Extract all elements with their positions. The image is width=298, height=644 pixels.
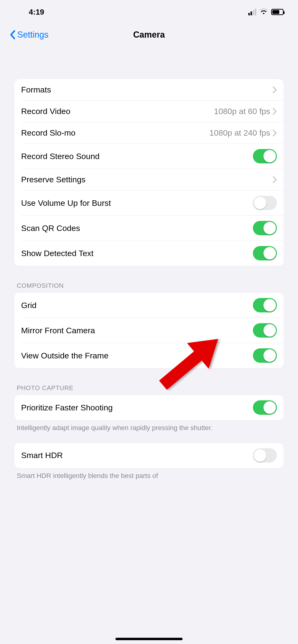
row-show-detected-text-label: Show Detected Text: [21, 249, 253, 258]
row-record-video-label: Record Video: [21, 106, 214, 116]
toggle-scan-qr[interactable]: [253, 221, 277, 235]
footer-smart-hdr: Smart HDR intelligently blends the best …: [14, 468, 284, 480]
row-view-outside-frame-label: View Outside the Frame: [21, 351, 253, 360]
row-record-video-detail: 1080p at 60 fps: [214, 106, 270, 116]
row-faster-shooting-label: Prioritize Faster Shooting: [21, 403, 253, 412]
row-grid-label: Grid: [21, 301, 253, 310]
row-scan-qr: Scan QR Codes: [21, 216, 284, 241]
toggle-smart-hdr[interactable]: [253, 448, 277, 463]
home-indicator: [115, 638, 183, 640]
back-button[interactable]: Settings: [10, 30, 49, 40]
settings-group-smart-hdr: Smart HDR: [14, 443, 284, 468]
chevron-right-icon: [272, 176, 277, 183]
footer-faster-shooting: Intelligently adapt image quality when r…: [14, 420, 284, 432]
navigation-bar: Settings Camera: [0, 24, 298, 46]
row-mirror-front: Mirror Front Camera: [21, 318, 284, 343]
row-smart-hdr: Smart HDR: [21, 443, 284, 468]
row-preserve-settings-label: Preserve Settings: [21, 175, 272, 184]
chevron-left-icon: [10, 30, 16, 40]
wifi-icon: [260, 8, 268, 16]
row-volume-burst-label: Use Volume Up for Burst: [21, 198, 253, 208]
row-record-slomo-label: Record Slo-mo: [21, 128, 209, 138]
row-record-slomo-detail: 1080p at 240 fps: [209, 128, 270, 138]
row-stereo-sound: Record Stereo Sound: [21, 144, 284, 169]
toggle-show-detected-text[interactable]: [253, 246, 277, 260]
chevron-right-icon: [272, 108, 277, 115]
row-record-slomo[interactable]: Record Slo-mo 1080p at 240 fps: [21, 122, 284, 144]
battery-icon: [271, 9, 284, 15]
row-view-outside-frame: View Outside the Frame: [21, 343, 284, 368]
group-header-photo-capture: PHOTO CAPTURE: [14, 384, 284, 395]
chevron-right-icon: [272, 130, 277, 136]
toggle-stereo-sound[interactable]: [253, 149, 277, 164]
cellular-icon: [248, 8, 256, 15]
status-bar: 4:19: [0, 0, 298, 24]
row-formats[interactable]: Formats: [21, 79, 284, 100]
toggle-faster-shooting[interactable]: [253, 400, 277, 415]
settings-group-composition: Grid Mirror Front Camera View Outside th…: [14, 293, 284, 368]
settings-group-faster-shooting: Prioritize Faster Shooting: [14, 395, 284, 420]
row-show-detected-text: Show Detected Text: [21, 241, 284, 266]
row-preserve-settings[interactable]: Preserve Settings: [21, 169, 284, 190]
toggle-volume-burst[interactable]: [253, 196, 277, 210]
settings-group-main: Formats Record Video 1080p at 60 fps Rec…: [14, 79, 284, 266]
row-scan-qr-label: Scan QR Codes: [21, 224, 253, 233]
row-faster-shooting: Prioritize Faster Shooting: [21, 395, 284, 420]
toggle-grid[interactable]: [253, 298, 277, 312]
row-mirror-front-label: Mirror Front Camera: [21, 326, 253, 335]
row-grid: Grid: [21, 293, 284, 318]
row-record-video[interactable]: Record Video 1080p at 60 fps: [21, 100, 284, 122]
toggle-view-outside-frame[interactable]: [253, 348, 277, 363]
row-formats-label: Formats: [21, 85, 272, 94]
back-label: Settings: [17, 30, 49, 40]
row-volume-burst: Use Volume Up for Burst: [21, 190, 284, 216]
status-right: [248, 8, 284, 16]
toggle-mirror-front[interactable]: [253, 323, 277, 338]
group-header-composition: COMPOSITION: [14, 282, 284, 293]
row-smart-hdr-label: Smart HDR: [21, 451, 253, 460]
row-stereo-sound-label: Record Stereo Sound: [21, 152, 253, 161]
statusbar-time: 4:19: [29, 8, 44, 16]
chevron-right-icon: [272, 86, 277, 94]
